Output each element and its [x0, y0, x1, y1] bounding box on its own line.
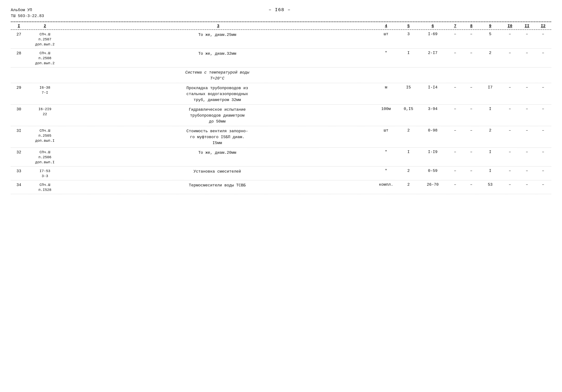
row-ref: 0-59: [418, 169, 447, 173]
row-description: Установка смесителей: [63, 169, 374, 175]
row-col10: –: [501, 128, 519, 133]
col-header-2: 2: [27, 24, 63, 28]
table-row: 28 СПч.Шп.2508доп.вып.2 То же, диам.32мм…: [11, 49, 551, 67]
col-header-9: 9: [480, 24, 501, 28]
col-header-3: 3: [63, 24, 374, 28]
row-col7: –: [447, 107, 463, 111]
row-col7: –: [447, 150, 463, 154]
row-col8: –: [463, 85, 480, 90]
row-quantity: 2: [398, 182, 418, 187]
row-description: То же, диам.20мм: [63, 150, 374, 156]
section-desc: Система с температурой водыТ=20°С: [63, 70, 374, 81]
row-col11: –: [519, 150, 535, 154]
row-col8: –: [463, 107, 480, 111]
row-col10: –: [501, 32, 519, 36]
col-header-5: 5: [398, 24, 418, 28]
col-header-11: II: [519, 24, 535, 28]
col-header-4: 4: [374, 24, 398, 28]
row-col7: –: [447, 182, 463, 187]
row-col9: I: [480, 169, 501, 173]
row-code: I6-387-I: [27, 85, 63, 95]
row-number: 3I: [11, 128, 27, 133]
row-col8: –: [463, 150, 480, 154]
row-quantity: 2: [398, 169, 418, 173]
table-row: 29 I6-387-I Прокладка трубопроводов изст…: [11, 83, 551, 105]
row-col11: –: [519, 51, 535, 55]
row-col7: –: [447, 85, 463, 90]
row-quantity: 3: [398, 32, 418, 36]
row-description: Гидравлическое испытаниетрубопроводов ди…: [63, 107, 374, 124]
album-info: Альбом УП ТШ 503-3-22.83: [11, 7, 44, 19]
row-col7: –: [447, 128, 463, 133]
row-description: Термосмесители воды ТСВБ: [63, 182, 374, 188]
row-code: СПч.Шп.I528: [27, 182, 63, 192]
row-unit: шт: [374, 128, 398, 133]
col-header-10: I0: [501, 24, 519, 28]
row-col10: –: [501, 51, 519, 55]
row-col12: –: [535, 51, 551, 55]
row-number: 30: [11, 107, 27, 112]
row-unit: шт: [374, 32, 398, 36]
row-col8: –: [463, 128, 480, 133]
row-col12: –: [535, 85, 551, 90]
row-col9: 53: [480, 182, 501, 187]
album-code: ТШ 503-3-22.83: [11, 13, 44, 19]
row-col11: –: [519, 128, 535, 133]
row-col10: –: [501, 182, 519, 187]
row-col12: –: [535, 32, 551, 36]
data-table: 27 СПч.Шп.2507доп.вып.2 То же, диам.25мм…: [11, 30, 551, 194]
row-col9: I7: [480, 85, 501, 90]
album-title: Альбом УП: [11, 7, 44, 13]
row-quantity: I: [398, 150, 418, 154]
row-unit: ": [374, 51, 398, 55]
row-description: Стоимость вентиля запорно-го муфтового I…: [63, 128, 374, 146]
row-col10: –: [501, 150, 519, 154]
row-description: То же, диам.32мм: [63, 51, 374, 57]
row-col8: –: [463, 169, 480, 173]
row-col9: 2: [480, 128, 501, 133]
row-col12: –: [535, 128, 551, 133]
row-col9: 2: [480, 51, 501, 55]
table-row: 32 СПч.Шп.2506доп.вып.I То же, диам.20мм…: [11, 148, 551, 167]
row-col11: –: [519, 182, 535, 187]
table-row: 27 СПч.Шп.2507доп.вып.2 То же, диам.25мм…: [11, 30, 551, 49]
row-col12: –: [535, 169, 551, 173]
col-header-7: 7: [447, 24, 463, 28]
row-col11: –: [519, 169, 535, 173]
row-col10: –: [501, 169, 519, 173]
row-col9: 5: [480, 32, 501, 36]
row-unit: компл.: [374, 182, 398, 187]
row-code: СПч.Шп.2506доп.вып.I: [27, 150, 63, 165]
row-col11: –: [519, 32, 535, 36]
row-col7: –: [447, 51, 463, 55]
row-col8: –: [463, 32, 480, 36]
row-col9: I: [480, 107, 501, 111]
row-ref: 0-98: [418, 128, 447, 133]
row-quantity: I5: [398, 85, 418, 90]
row-quantity: I: [398, 51, 418, 55]
row-col11: –: [519, 85, 535, 90]
row-unit: 100м: [374, 107, 398, 111]
row-ref: I-I9: [418, 150, 447, 154]
row-col8: –: [463, 182, 480, 187]
row-number: 32: [11, 150, 27, 155]
row-col7: –: [447, 169, 463, 173]
page-number: – I68 –: [269, 7, 291, 12]
row-col9: I: [480, 150, 501, 154]
row-unit: ": [374, 169, 398, 173]
row-col12: –: [535, 150, 551, 154]
row-number: 33: [11, 169, 27, 173]
row-ref: 26-70: [418, 182, 447, 187]
row-col11: –: [519, 107, 535, 111]
row-number: 28: [11, 51, 27, 56]
row-ref: I-69: [418, 32, 447, 36]
row-code: I7-533-3: [27, 169, 63, 179]
row-quantity: 2: [398, 128, 418, 133]
table-row: 3I СПч.Шп.2505доп.вып.I Стоимость вентил…: [11, 126, 551, 148]
row-col12: –: [535, 182, 551, 187]
table-row: 30 I6-2I922 Гидравлическое испытаниетруб…: [11, 105, 551, 126]
row-number: 27: [11, 32, 27, 37]
row-unit: ": [374, 150, 398, 154]
row-description: Прокладка трубопроводов изстальных водог…: [63, 85, 374, 103]
row-number: 34: [11, 182, 27, 187]
